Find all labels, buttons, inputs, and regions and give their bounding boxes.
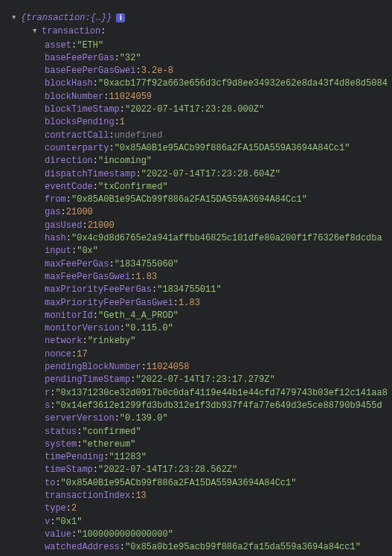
property-row[interactable]: v: "0x1": [12, 516, 392, 528]
property-key: baseFeePerGas: [45, 52, 115, 65]
property-row[interactable]: baseFeePerGas: "32": [12, 52, 392, 65]
property-row[interactable]: r: "0x1371230ce32d0917b0c0daf4119e44b1e4…: [12, 387, 392, 400]
property-row[interactable]: value: "1000000000000000": [12, 528, 392, 541]
property-key: v: [45, 516, 50, 528]
property-row[interactable]: asset: "ETH": [12, 39, 392, 52]
property-value: "incoming": [98, 155, 152, 167]
property-row[interactable]: serverVersion: "0.139.0": [12, 412, 392, 425]
property-key: maxPriorityFeePerGas: [45, 284, 152, 296]
property-value: 17: [77, 348, 87, 361]
property-row[interactable]: counterparty: "0x85A0B1e95ACb99f886a2FA1…: [12, 142, 392, 155]
property-value: "32": [120, 52, 141, 65]
info-icon[interactable]: i: [116, 13, 125, 22]
property-row[interactable]: s: "0x14ef3612e1299fd3bdb312e1f3db937f4f…: [12, 400, 392, 412]
property-row[interactable]: timePending: "11283": [12, 451, 392, 464]
property-value: "0x85A0B1e95ACb99f886a2FA15DA559A3694A84…: [61, 477, 297, 490]
property-row[interactable]: contractCall: undefined: [12, 130, 392, 142]
tree-node-transaction[interactable]: ▼ transaction:: [12, 25, 392, 39]
chevron-down-icon[interactable]: ▼: [12, 12, 19, 25]
property-key: from: [45, 194, 66, 206]
property-value: "rinkeby": [88, 335, 136, 348]
property-row[interactable]: status: "confirmed": [12, 426, 392, 438]
property-value: "0x85A0B1e95ACb99f886a2FA15DA559A3694A84…: [71, 194, 307, 206]
property-row[interactable]: monitorVersion: "0.115.0": [12, 322, 392, 335]
property-row[interactable]: blocksPending: 1: [12, 116, 392, 129]
property-value: 3.2e-8: [141, 65, 173, 77]
property-row[interactable]: nonce: 17: [12, 348, 392, 361]
property-row[interactable]: baseFeePerGasGwei: 3.2e-8: [12, 65, 392, 77]
chevron-down-icon[interactable]: ▼: [33, 25, 40, 38]
property-value: "0x14ef3612e1299fd3bdb312e1f3db937f4fa77…: [55, 400, 382, 412]
property-key: asset: [45, 39, 71, 52]
property-value: "0x": [77, 245, 98, 258]
property-key: type: [45, 502, 66, 515]
property-key: network: [45, 335, 82, 348]
property-row[interactable]: maxPriorityFeePerGasGwei: 1.83: [12, 297, 392, 310]
json-tree-viewer: ▼ {transaction: {…} } i ▼ transaction: a…: [0, 0, 392, 556]
property-key: direction: [45, 155, 93, 167]
property-key: timePending: [45, 451, 103, 464]
property-row[interactable]: maxFeePerGas: "1834755060": [12, 258, 392, 271]
property-row[interactable]: transactionIndex: 13: [12, 490, 392, 502]
property-key: blockTimeStamp: [45, 103, 120, 116]
property-value: "ethereum": [82, 438, 135, 451]
property-row[interactable]: eventCode: "txConfirmed": [12, 181, 392, 194]
property-key: monitorVersion: [45, 322, 120, 335]
property-row[interactable]: maxFeePerGasGwei: 1.83: [12, 271, 392, 284]
root-key: transaction: [26, 13, 85, 23]
property-key: maxPriorityFeePerGasGwei: [45, 297, 173, 310]
property-row[interactable]: input: "0x": [12, 245, 392, 258]
property-key: input: [45, 245, 71, 258]
property-row[interactable]: maxPriorityFeePerGas: "1834755011": [12, 284, 392, 296]
property-row[interactable]: direction: "incoming": [12, 155, 392, 167]
property-key: s: [45, 400, 50, 412]
property-value: "0.115.0": [125, 322, 173, 335]
property-value: "0xacb177f92a663e656d3cf9d8ee34932e62e8d…: [98, 77, 388, 90]
property-value: undefined: [115, 130, 163, 142]
property-value: "0x85A0B1e95ACb99f886a2FA15DA559A3694A84…: [115, 142, 350, 155]
property-row[interactable]: blockTimeStamp: "2022-07-14T17:23:28.000…: [12, 103, 392, 116]
property-row[interactable]: network: "rinkeby": [12, 335, 392, 348]
property-row[interactable]: system: "ethereum": [12, 438, 392, 451]
property-row[interactable]: gasUsed: 21000: [12, 220, 392, 232]
property-value: "0x4c9d8d6765e2a941affbb46825c101dfe80a2…: [71, 232, 382, 245]
property-key: blockNumber: [45, 91, 103, 103]
property-key: dispatchTimestamp: [45, 168, 135, 181]
property-row[interactable]: pendingTimeStamp: "2022-07-14T17:23:17.2…: [12, 374, 392, 386]
property-key: nonce: [45, 348, 71, 361]
property-row[interactable]: blockHash: "0xacb177f92a663e656d3cf9d8ee…: [12, 77, 392, 90]
property-row[interactable]: watchedAddress: "0x85a0b1e95acb99f886a2f…: [12, 541, 392, 554]
property-row[interactable]: to: "0x85A0B1e95ACb99f886a2FA15DA559A369…: [12, 477, 392, 490]
property-row[interactable]: blockNumber: 11024059: [12, 91, 392, 103]
property-key: status: [45, 426, 77, 438]
property-value: "11283": [109, 451, 146, 464]
property-value: 13: [135, 490, 146, 502]
property-value: "1834755060": [115, 258, 179, 271]
property-value: "confirmed": [82, 426, 141, 438]
property-key: timeStamp: [45, 464, 93, 476]
property-row[interactable]: timeStamp: "2022-07-14T17:23:28.562Z": [12, 464, 392, 476]
property-value: "1000000000000000": [77, 528, 173, 541]
tree-root-row[interactable]: ▼ {transaction: {…} } i: [12, 12, 392, 25]
property-row[interactable]: hash: "0x4c9d8d6765e2a941affbb46825c101d…: [12, 232, 392, 245]
property-value: "2022-07-14T17:23:28.604Z": [141, 168, 280, 181]
property-row[interactable]: gas: 21000: [12, 206, 392, 219]
property-key: value: [45, 528, 71, 541]
property-row[interactable]: from: "0x85A0B1e95ACb99f886a2FA15DA559A3…: [12, 194, 392, 206]
property-value: 1.83: [135, 271, 157, 284]
property-key: to: [45, 477, 55, 490]
property-value: 11024059: [109, 91, 152, 103]
property-row[interactable]: pendingBlockNumber: 11024058: [12, 361, 392, 374]
property-key: transactionIndex: [45, 490, 130, 502]
property-value: "0x1": [55, 516, 82, 528]
property-row[interactable]: type: 2: [12, 502, 392, 515]
property-row[interactable]: dispatchTimestamp: "2022-07-14T17:23:28.…: [12, 168, 392, 181]
property-key: blockHash: [45, 77, 93, 90]
property-value: "2022-07-14T17:23:28.562Z": [98, 464, 237, 476]
property-key: contractCall: [45, 130, 109, 142]
object-preview: {…}: [91, 12, 107, 25]
property-value: 1: [120, 116, 125, 129]
property-key: baseFeePerGasGwei: [45, 65, 135, 77]
property-key: eventCode: [45, 181, 93, 194]
property-row[interactable]: monitorId: "Geth_4_A_PROD": [12, 310, 392, 322]
